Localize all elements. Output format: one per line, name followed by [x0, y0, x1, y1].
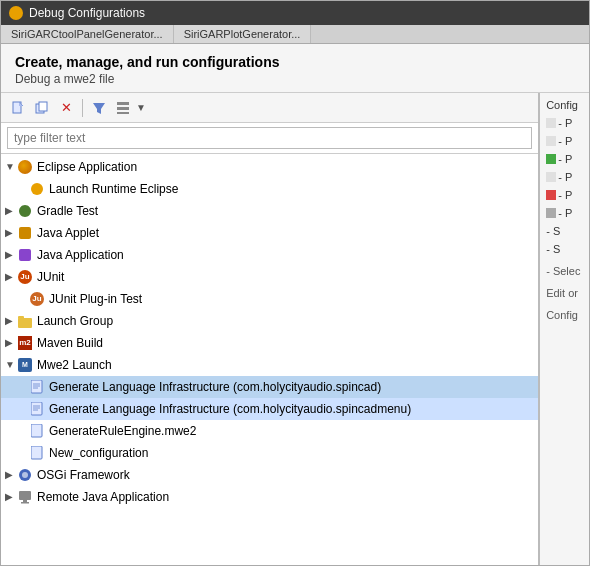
tree-item-gen-rule[interactable]: GenerateRuleEngine.mwe2 [1, 420, 538, 442]
gen-spincadmenu-label: Generate Language Infrastructure (com.ho… [49, 400, 411, 418]
svg-rect-9 [19, 227, 31, 239]
junit-label: JUnit [37, 268, 64, 286]
maven-label: Maven Build [37, 334, 103, 352]
tree-item-launch-runtime[interactable]: Launch Runtime Eclipse [1, 178, 538, 200]
tree-item-gen-lang-spincadmenu[interactable]: Generate Language Infrastructure (com.ho… [1, 398, 538, 420]
filter-input-wrap [1, 123, 538, 154]
right-bottom-2[interactable]: - S [542, 241, 587, 257]
main-area: ✕ ▼ ▼ Eclipse [1, 93, 589, 565]
right-item-6[interactable]: - P [542, 205, 587, 221]
remote-icon [17, 489, 33, 505]
right-item-1-label: - P [558, 117, 572, 129]
tree-item-gradle[interactable]: ▶ Gradle Test [1, 200, 538, 222]
svg-rect-26 [23, 500, 27, 502]
right-item-3-label: - P [558, 153, 572, 165]
left-panel: ✕ ▼ ▼ Eclipse [1, 93, 539, 565]
svg-rect-10 [19, 249, 31, 261]
tree-item-junit[interactable]: ▶ Ju JUnit [1, 266, 538, 288]
right-item-2[interactable]: - P [542, 133, 587, 149]
filter-list-button[interactable] [88, 97, 110, 119]
right-item-3[interactable]: - P [542, 151, 587, 167]
header: Create, manage, and run configurations D… [1, 44, 589, 93]
tree-item-java-app[interactable]: ▶ Java Application [1, 244, 538, 266]
right-bottom-1-label: - S [546, 225, 560, 237]
tree-item-remote-java[interactable]: ▶ Remote Java Application [1, 486, 538, 508]
tree-item-junit-plugin[interactable]: Ju JUnit Plug-in Test [1, 288, 538, 310]
tab-2[interactable]: SiriGARPlotGenerator... [174, 25, 312, 43]
right-panel: Config - P - P - P - P - P [539, 93, 589, 565]
maven-icon: m2 [17, 335, 33, 351]
tree-item-new-config[interactable]: New_configuration [1, 442, 538, 464]
expand-arrow-remote: ▶ [5, 488, 17, 506]
right-config2-label: Config [542, 303, 587, 323]
gen-rule-icon [29, 423, 45, 439]
expand-arrow-launch-group: ▶ [5, 312, 17, 330]
delete-button[interactable]: ✕ [55, 97, 77, 119]
tab-bar: SiriGARCtoolPanelGenerator... SiriGARPlo… [1, 25, 589, 44]
expand-arrow-gradle: ▶ [5, 202, 17, 220]
eclipse-icon [17, 159, 33, 175]
right-item-4[interactable]: - P [542, 169, 587, 185]
expand-arrow-java-app: ▶ [5, 246, 17, 264]
svg-rect-4 [39, 102, 47, 111]
osgi-label: OSGi Framework [37, 466, 130, 484]
expand-arrow-mwe2: ▼ [5, 356, 17, 374]
svg-rect-8 [117, 112, 129, 114]
svg-rect-7 [117, 107, 129, 110]
svg-marker-5 [93, 103, 105, 114]
new-config-button[interactable] [7, 97, 29, 119]
tree-item-java-applet[interactable]: ▶ Java Applet [1, 222, 538, 244]
mwe2-icon: M [17, 357, 33, 373]
tree-item-mwe2[interactable]: ▼ M Mwe2 Launch [1, 354, 538, 376]
right-item-5[interactable]: - P [542, 187, 587, 203]
svg-rect-13 [31, 380, 42, 393]
toolbar-separator-1 [82, 99, 83, 117]
new-config-file-icon [29, 445, 45, 461]
eclipse-app-label: Eclipse Application [37, 158, 137, 176]
right-item-1[interactable]: - P [542, 115, 587, 131]
expand-arrow-junit: ▶ [5, 268, 17, 286]
dropdown-arrow[interactable]: ▼ [136, 102, 146, 113]
tab-1[interactable]: SiriGARCtoolPanelGenerator... [1, 25, 174, 43]
expand-arrow-osgi: ▶ [5, 466, 17, 484]
osgi-icon [17, 467, 33, 483]
expand-arrow-java-applet: ▶ [5, 224, 17, 242]
svg-rect-21 [31, 424, 42, 437]
gradle-icon [17, 203, 33, 219]
tree-area[interactable]: ▼ Eclipse Application Launch Runtime Ecl… [1, 154, 538, 565]
tree-item-gen-lang-spincad[interactable]: Generate Language Infrastructure (com.ho… [1, 376, 538, 398]
tree-item-launch-group[interactable]: ▶ Launch Group [1, 310, 538, 332]
right-icon-5 [546, 190, 556, 200]
right-item-5-label: - P [558, 189, 572, 201]
launch-group-icon [17, 313, 33, 329]
svg-rect-12 [18, 316, 24, 319]
gen-rule-label: GenerateRuleEngine.mwe2 [49, 422, 196, 440]
tree-item-maven[interactable]: ▶ m2 Maven Build [1, 332, 538, 354]
collapse-all-button[interactable] [112, 97, 134, 119]
svg-rect-27 [21, 502, 29, 504]
new-config-label: New_configuration [49, 444, 148, 462]
right-icon-1 [546, 118, 556, 128]
right-icon-2 [546, 136, 556, 146]
svg-rect-17 [31, 402, 42, 415]
tree-item-osgi[interactable]: ▶ OSGi Framework [1, 464, 538, 486]
junit-plugin-icon: Ju [29, 291, 45, 307]
launch-group-label: Launch Group [37, 312, 113, 330]
mwe2-label: Mwe2 Launch [37, 356, 112, 374]
duplicate-button[interactable] [31, 97, 53, 119]
launch-runtime-label: Launch Runtime Eclipse [49, 180, 178, 198]
java-applet-label: Java Applet [37, 224, 99, 242]
right-edit-label: Edit or [542, 281, 587, 301]
expand-arrow-eclipse: ▼ [5, 158, 17, 176]
right-select-label: - Selec [542, 259, 587, 279]
remote-java-label: Remote Java Application [37, 488, 169, 506]
right-item-4-label: - P [558, 171, 572, 183]
junit-plugin-label: JUnit Plug-in Test [49, 290, 142, 308]
header-title: Create, manage, and run configurations [15, 54, 575, 70]
right-bottom-1[interactable]: - S [542, 223, 587, 239]
debug-configurations-window: Debug Configurations SiriGARCtoolPanelGe… [0, 0, 590, 566]
right-item-2-label: - P [558, 135, 572, 147]
tree-item-eclipse-app[interactable]: ▼ Eclipse Application [1, 156, 538, 178]
launch-icon [29, 181, 45, 197]
filter-input[interactable] [7, 127, 532, 149]
